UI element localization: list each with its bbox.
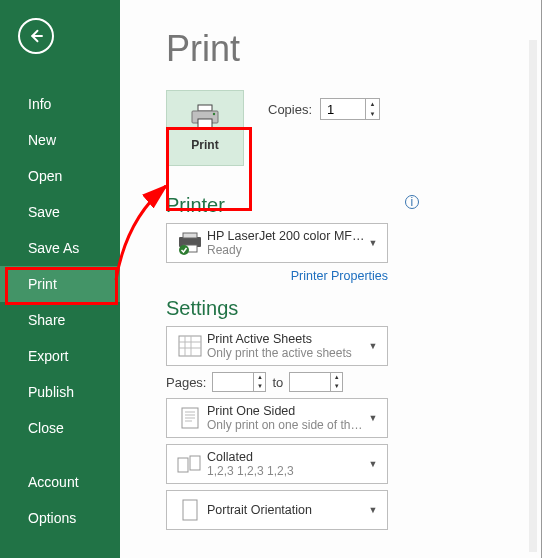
back-button[interactable]	[18, 18, 54, 54]
setting-print-what[interactable]: Print Active Sheets Only print the activ…	[166, 326, 388, 366]
pages-to-input[interactable]	[290, 373, 330, 391]
chevron-down-icon: ▼	[365, 459, 381, 469]
svg-rect-12	[183, 500, 197, 520]
page-title: Print	[166, 28, 541, 70]
setting-orientation[interactable]: Portrait Orientation ▼	[166, 490, 388, 530]
chevron-down-icon: ▼	[365, 413, 381, 423]
spin-up-icon[interactable]: ▲	[331, 373, 342, 382]
sidebar-item-save[interactable]: Save	[0, 194, 120, 230]
settings-heading: Settings	[166, 297, 541, 320]
print-button-label: Print	[191, 138, 218, 152]
svg-rect-2	[198, 119, 212, 128]
sidebar-item-open[interactable]: Open	[0, 158, 120, 194]
sidebar-item-close[interactable]: Close	[0, 410, 120, 446]
setting-line2: Only print on one side of th…	[207, 418, 365, 432]
setting-collated[interactable]: Collated 1,2,3 1,2,3 1,2,3 ▼	[166, 444, 388, 484]
copies-label: Copies:	[268, 102, 312, 117]
sidebar-item-new[interactable]: New	[0, 122, 120, 158]
spin-down-icon[interactable]: ▼	[254, 382, 265, 391]
one-sided-icon	[179, 406, 201, 430]
printer-heading: Printer	[166, 194, 225, 217]
printer-name: HP LaserJet 200 color MFP…	[207, 229, 365, 243]
pages-from-spinner[interactable]: ▲▼	[212, 372, 266, 392]
svg-point-7	[179, 245, 189, 255]
chevron-down-icon: ▼	[365, 238, 381, 248]
sidebar-item-options[interactable]: Options	[0, 500, 120, 536]
copies-up-icon[interactable]: ▲	[366, 99, 379, 109]
sheets-icon	[178, 335, 202, 357]
portrait-icon	[180, 498, 200, 522]
setting-line1: Collated	[207, 450, 365, 464]
pages-to-spinner[interactable]: ▲▼	[289, 372, 343, 392]
sidebar-item-info[interactable]: Info	[0, 86, 120, 122]
back-arrow-icon	[27, 27, 45, 45]
scrollbar[interactable]	[529, 40, 537, 552]
spin-up-icon[interactable]: ▲	[254, 373, 265, 382]
setting-line1: Print One Sided	[207, 404, 365, 418]
collated-icon	[177, 453, 203, 475]
svg-rect-8	[179, 336, 201, 356]
chevron-down-icon: ▼	[365, 341, 381, 351]
sidebar-item-print[interactable]: Print	[0, 266, 120, 302]
spin-down-icon[interactable]: ▼	[331, 382, 342, 391]
printer-selector[interactable]: HP LaserJet 200 color MFP… Ready ▼	[166, 223, 388, 263]
copies-down-icon[interactable]: ▼	[366, 109, 379, 119]
pages-label: Pages:	[166, 375, 206, 390]
setting-sided[interactable]: Print One Sided Only print on one side o…	[166, 398, 388, 438]
pages-from-input[interactable]	[213, 373, 253, 391]
sidebar-item-account[interactable]: Account	[0, 464, 120, 500]
sidebar-item-export[interactable]: Export	[0, 338, 120, 374]
sidebar-item-saveas[interactable]: Save As	[0, 230, 120, 266]
svg-rect-10	[178, 458, 188, 472]
pages-to-label: to	[272, 375, 283, 390]
setting-line1: Print Active Sheets	[207, 332, 365, 346]
setting-line2: Only print the active sheets	[207, 346, 365, 360]
setting-line1: Portrait Orientation	[207, 503, 365, 517]
print-button[interactable]: Print	[166, 90, 244, 166]
info-icon[interactable]: i	[405, 195, 419, 209]
backstage-sidebar: Info New Open Save Save As Print Share E…	[0, 0, 120, 558]
svg-point-3	[213, 113, 215, 115]
sidebar-item-share[interactable]: Share	[0, 302, 120, 338]
chevron-down-icon: ▼	[365, 505, 381, 515]
printer-icon	[190, 104, 220, 130]
copies-input[interactable]	[321, 99, 365, 119]
printer-status: Ready	[207, 243, 365, 257]
setting-line2: 1,2,3 1,2,3 1,2,3	[207, 464, 365, 478]
sidebar-item-publish[interactable]: Publish	[0, 374, 120, 410]
svg-rect-5	[183, 233, 197, 238]
printer-properties-link[interactable]: Printer Properties	[166, 269, 388, 283]
svg-rect-0	[198, 105, 212, 111]
print-content: Print Print Copies: ▲ ▼ Printer i	[120, 0, 541, 558]
printer-ready-icon	[176, 231, 204, 255]
copies-spinner[interactable]: ▲ ▼	[320, 98, 380, 120]
svg-rect-11	[190, 456, 200, 470]
